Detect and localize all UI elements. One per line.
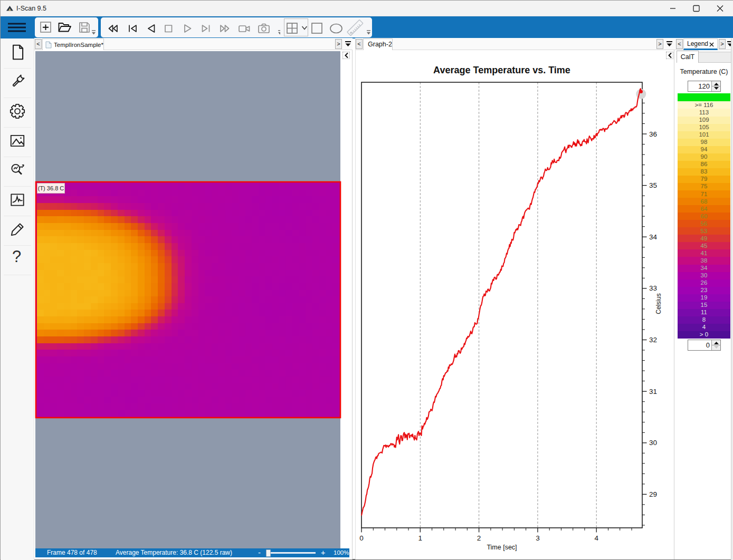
svg-text:31: 31: [649, 388, 657, 395]
svg-text:Average Temperature vs. Time: Average Temperature vs. Time: [433, 65, 570, 75]
svg-text:30: 30: [649, 439, 657, 447]
svg-text:36: 36: [649, 130, 657, 138]
svg-text:Time [sec]: Time [sec]: [487, 544, 517, 551]
svg-text:2: 2: [477, 534, 481, 542]
svg-text:4: 4: [594, 534, 598, 542]
svg-text:3: 3: [536, 534, 540, 542]
svg-text:0: 0: [359, 534, 364, 542]
svg-text:33: 33: [649, 284, 657, 292]
svg-text:34: 34: [649, 233, 658, 241]
svg-text:Celsius: Celsius: [655, 293, 662, 314]
svg-text:35: 35: [649, 181, 657, 189]
svg-text:29: 29: [649, 490, 657, 498]
svg-text:32: 32: [649, 336, 657, 344]
svg-text:1: 1: [418, 534, 423, 542]
